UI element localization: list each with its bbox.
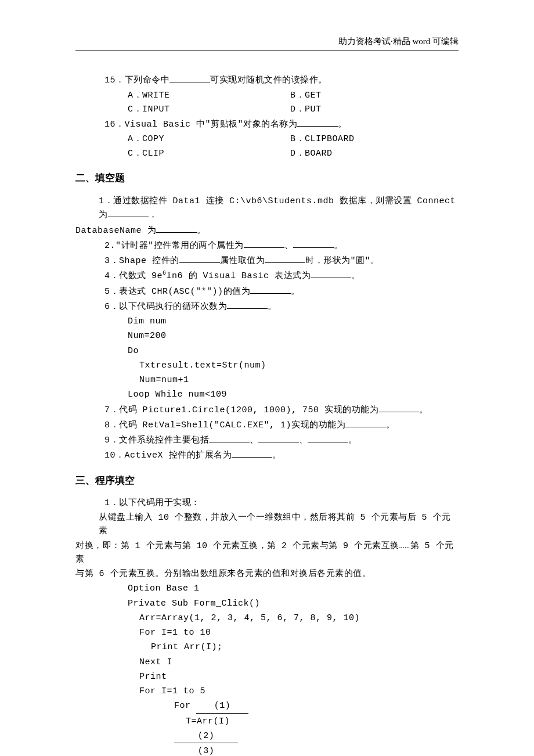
- code-line: Arr=Array(1, 2, 3, 4, 5, 6, 7, 8, 9, 10): [75, 611, 459, 625]
- blank: [108, 209, 149, 218]
- fill-q4: 4．代数式 9e6ln6 的 Visual Basic 表达式为。: [75, 269, 459, 283]
- end: 。: [268, 301, 276, 311]
- q15-options-row1: A．WRITE B．GET: [75, 89, 459, 102]
- code-line: Num=200: [75, 329, 459, 343]
- fill-q1c: DatabaseName 为: [75, 226, 156, 236]
- code-line: Loop While num<109: [75, 388, 459, 401]
- end: 。: [419, 405, 428, 414]
- end: 。: [334, 240, 342, 250]
- sep: 、: [284, 240, 293, 250]
- q16-option-c: C．CLIP: [128, 147, 290, 160]
- blank: [258, 434, 299, 443]
- blank: [169, 74, 210, 83]
- blank: [250, 285, 291, 294]
- for-text: For: [174, 701, 196, 711]
- fill-q4b: ln6 的 Visual Basic 表达式为: [167, 271, 311, 281]
- q16-option-a: A．COPY: [128, 132, 290, 146]
- fill-q7: 7．代码 Picture1.Circle(1200, 1000), 750 实现…: [75, 403, 459, 417]
- fill-q10: 10．ActiveX 控件的扩展名为。: [75, 448, 459, 462]
- fill-q3c: 时，形状为"圆"。: [305, 256, 380, 266]
- sec3-desc-1: 从键盘上输入 10 个整数，并放入一个一维数组中，然后将其前 5 个元素与后 5…: [75, 511, 459, 538]
- mc-question-15: 15．下列命令中可实现对随机文件的读操作。: [75, 73, 459, 87]
- q15-option-a: A．WRITE: [128, 89, 290, 102]
- end: 。: [348, 435, 357, 444]
- section-2-title: 二、填空题: [75, 171, 459, 186]
- blank: [293, 239, 334, 248]
- document-page: 助力资格考试·精品 word 可编辑 15．下列命令中可实现对随机文件的读操作。…: [0, 0, 534, 756]
- fill-q7a: 7．代码 Picture1.Circle(1200, 1000), 750 实现…: [104, 405, 378, 415]
- fill-q1-line2: DatabaseName 为。: [75, 224, 459, 237]
- blank: [227, 300, 268, 309]
- code-blank-1: (1): [196, 699, 248, 713]
- fill-q10a: 10．ActiveX 控件的扩展名为: [104, 451, 232, 460]
- q16-option-b: B．CLIPBOARD: [290, 132, 459, 146]
- code-blank-row: (2): [75, 729, 459, 743]
- q16-options-row1: A．COPY B．CLIPBOARD: [75, 132, 459, 146]
- code-line: Print: [75, 670, 459, 683]
- fill-q9: 9．文件系统控件主要包括、、。: [75, 433, 459, 447]
- code-line: For I=1 to 10: [75, 626, 459, 639]
- q15-stem-b: 可实现对随机文件的读操作。: [210, 75, 327, 85]
- code-line: Private Sub Form_Click(): [75, 597, 459, 610]
- code-line: For I=1 to 5: [75, 685, 459, 698]
- code-line: Num=num+1: [75, 373, 459, 387]
- sep: 、: [299, 435, 308, 444]
- sep: 、: [250, 435, 258, 444]
- q15-option-b: B．GET: [290, 89, 459, 102]
- fill-q1-line1: 1．通过数据控件 Data1 连接 C:\vb6\Students.mdb 数据…: [75, 194, 459, 222]
- section-3-title: 三、程序填空: [75, 473, 459, 488]
- sec3-desc-3: 与第 6 个元素互换。分别输出数组原来各元素的值和对换后各元素的值。: [75, 567, 459, 581]
- q16-stem-a: 16．Visual Basic 中"剪贴板"对象的名称为: [104, 120, 297, 129]
- q15-option-c: C．INPUT: [128, 103, 290, 116]
- blank: [232, 449, 272, 458]
- fill-q5: 5．表达式 CHR(ASC("*"))的值为。: [75, 285, 459, 298]
- fill-q9a: 9．文件系统控件主要包括: [104, 435, 209, 445]
- end: 。: [291, 286, 300, 296]
- mc-question-16: 16．Visual Basic 中"剪贴板"对象的名称为。: [75, 117, 459, 131]
- q15-stem-a: 15．下列命令中: [104, 75, 169, 85]
- blank: [244, 239, 284, 248]
- blank: [209, 434, 250, 443]
- fill-q2: 2."计时器"控件常用的两个属性为、。: [75, 239, 459, 253]
- blank: [311, 270, 351, 279]
- q15-option-d: D．PUT: [290, 103, 459, 116]
- code-line: Print Arr(I);: [75, 640, 459, 654]
- fill-q6: 6．以下代码执行的循环次数为。: [75, 300, 459, 314]
- code-line: T=Arr(I): [75, 715, 459, 728]
- code-line-for-blank: For (1): [75, 699, 459, 713]
- blank: [297, 118, 338, 127]
- fill-q1d: 。: [197, 225, 205, 235]
- fill-q3b: 属性取值为: [220, 256, 265, 266]
- fill-q8a: 8．代码 RetVal=Shell("CALC.EXE", 1)实现的功能为: [104, 420, 345, 430]
- q16-options-row2: C．CLIP D．BOARD: [75, 147, 459, 160]
- code-line: Next I: [75, 656, 459, 669]
- code-line: Do: [75, 344, 459, 358]
- blank: [156, 224, 197, 233]
- end: 。: [386, 420, 395, 429]
- q16-option-d: D．BOARD: [290, 147, 459, 160]
- fill-q1b: ，: [149, 210, 157, 219]
- sec3-desc-2: 对换，即：第 1 个元素与第 10 个元素互换，第 2 个元素与第 9 个元素互…: [75, 539, 459, 567]
- end: 。: [351, 271, 360, 280]
- fill-q3a: 3．Shape 控件的: [104, 256, 179, 266]
- fill-q8: 8．代码 RetVal=Shell("CALC.EXE", 1)实现的功能为。: [75, 418, 459, 432]
- blank: [308, 434, 348, 443]
- code-line: Txtresult.text=Str(num): [75, 359, 459, 372]
- fill-q4a: 4．代数式 9e: [104, 271, 163, 281]
- blank: [345, 419, 386, 427]
- blank: [265, 255, 305, 264]
- end: 。: [272, 450, 281, 459]
- blank: [378, 404, 419, 412]
- fill-q2a: 2."计时器"控件常用的两个属性为: [104, 241, 244, 251]
- code-line: Option Base 1: [75, 582, 459, 595]
- code-blank-3: (3): [174, 744, 238, 756]
- blank: [179, 255, 220, 264]
- fill-q6a: 6．以下代码执行的循环次数为: [104, 302, 227, 312]
- header-text: 助力资格考试·精品 word 可编辑: [338, 37, 459, 46]
- q16-stem-b: 。: [338, 120, 347, 129]
- code-blank-row: (3): [75, 744, 459, 756]
- fill-q3: 3．Shape 控件的属性取值为时，形状为"圆"。: [75, 254, 459, 268]
- q15-options-row2: C．INPUT D．PUT: [75, 103, 459, 116]
- code-line: Dim num: [75, 315, 459, 328]
- page-header: 助力资格考试·精品 word 可编辑: [75, 35, 459, 51]
